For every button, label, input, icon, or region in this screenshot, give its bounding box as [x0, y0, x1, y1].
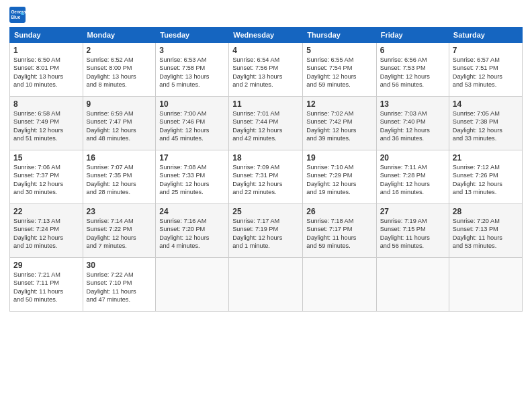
day-number: 19: [306, 153, 372, 163]
day-number: 21: [453, 153, 519, 163]
logo-icon: General Blue: [9, 7, 26, 23]
day-info: Sunrise: 6:53 AM Sunset: 7:58 PM Dayligh…: [159, 56, 225, 89]
day-number: 25: [232, 207, 299, 216]
header: General Blue: [9, 7, 523, 23]
day-number: 24: [159, 207, 225, 216]
day-cell-23: 23Sunrise: 7:14 AM Sunset: 7:22 PM Dayli…: [83, 204, 156, 258]
day-cell-30: 30Sunrise: 7:22 AM Sunset: 7:10 PM Dayli…: [83, 258, 156, 312]
day-number: 13: [380, 99, 445, 109]
day-number: 16: [87, 153, 152, 163]
day-info: Sunrise: 7:01 AM Sunset: 7:44 PM Dayligh…: [232, 109, 299, 143]
day-info: Sunrise: 7:16 AM Sunset: 7:20 PM Dayligh…: [159, 217, 225, 250]
day-info: Sunrise: 7:17 AM Sunset: 7:19 PM Dayligh…: [232, 217, 299, 250]
day-info: Sunrise: 6:50 AM Sunset: 8:01 PM Dayligh…: [13, 56, 79, 89]
day-info: Sunrise: 7:11 AM Sunset: 7:28 PM Dayligh…: [380, 163, 445, 197]
day-cell-12: 12Sunrise: 7:02 AM Sunset: 7:42 PM Dayli…: [303, 97, 376, 150]
day-cell-20: 20Sunrise: 7:11 AM Sunset: 7:28 PM Dayli…: [376, 150, 449, 204]
calendar-table: SundayMondayTuesdayWednesdayThursdayFrid…: [9, 27, 523, 312]
day-cell-1: 1Sunrise: 6:50 AM Sunset: 8:01 PM Daylig…: [10, 43, 83, 97]
empty-cell: [229, 258, 303, 312]
day-cell-3: 3Sunrise: 6:53 AM Sunset: 7:58 PM Daylig…: [156, 43, 229, 97]
day-info: Sunrise: 7:02 AM Sunset: 7:42 PM Dayligh…: [306, 109, 372, 143]
header-cell-wednesday: Wednesday: [229, 28, 303, 43]
day-cell-7: 7Sunrise: 6:57 AM Sunset: 7:51 PM Daylig…: [449, 43, 522, 97]
day-cell-13: 13Sunrise: 7:03 AM Sunset: 7:40 PM Dayli…: [376, 97, 449, 150]
day-cell-25: 25Sunrise: 7:17 AM Sunset: 7:19 PM Dayli…: [229, 204, 303, 258]
day-number: 29: [13, 261, 79, 270]
day-number: 4: [232, 46, 299, 55]
day-cell-5: 5Sunrise: 6:55 AM Sunset: 7:54 PM Daylig…: [303, 43, 376, 97]
day-cell-11: 11Sunrise: 7:01 AM Sunset: 7:44 PM Dayli…: [229, 97, 303, 150]
day-info: Sunrise: 7:00 AM Sunset: 7:46 PM Dayligh…: [159, 109, 225, 143]
day-number: 28: [453, 207, 519, 216]
day-number: 10: [159, 99, 225, 109]
calendar-week-1: 1Sunrise: 6:50 AM Sunset: 8:01 PM Daylig…: [10, 43, 523, 97]
day-info: Sunrise: 7:05 AM Sunset: 7:38 PM Dayligh…: [453, 109, 519, 143]
day-cell-4: 4Sunrise: 6:54 AM Sunset: 7:56 PM Daylig…: [229, 43, 303, 97]
page: General Blue SundayMondayTuesdayWednesda…: [0, 0, 532, 411]
day-cell-29: 29Sunrise: 7:21 AM Sunset: 7:11 PM Dayli…: [10, 258, 83, 312]
header-cell-sunday: Sunday: [10, 28, 83, 43]
day-cell-15: 15Sunrise: 7:06 AM Sunset: 7:37 PM Dayli…: [10, 150, 83, 204]
day-number: 23: [87, 207, 152, 216]
calendar-week-3: 15Sunrise: 7:06 AM Sunset: 7:37 PM Dayli…: [10, 150, 523, 204]
day-info: Sunrise: 6:52 AM Sunset: 8:00 PM Dayligh…: [87, 56, 152, 89]
day-number: 14: [453, 99, 519, 109]
header-cell-tuesday: Tuesday: [156, 28, 229, 43]
day-info: Sunrise: 7:06 AM Sunset: 7:37 PM Dayligh…: [13, 163, 79, 197]
header-cell-friday: Friday: [376, 28, 449, 43]
day-info: Sunrise: 7:14 AM Sunset: 7:22 PM Dayligh…: [87, 217, 152, 250]
logo: General Blue: [9, 7, 28, 23]
day-cell-19: 19Sunrise: 7:10 AM Sunset: 7:29 PM Dayli…: [303, 150, 376, 204]
empty-cell: [376, 258, 449, 312]
day-cell-22: 22Sunrise: 7:13 AM Sunset: 7:24 PM Dayli…: [10, 204, 83, 258]
day-number: 6: [380, 46, 445, 55]
calendar-week-2: 8Sunrise: 6:58 AM Sunset: 7:49 PM Daylig…: [10, 97, 523, 150]
day-info: Sunrise: 6:55 AM Sunset: 7:54 PM Dayligh…: [306, 56, 372, 89]
day-number: 1: [13, 46, 79, 55]
day-cell-8: 8Sunrise: 6:58 AM Sunset: 7:49 PM Daylig…: [10, 97, 83, 150]
day-number: 12: [306, 99, 372, 109]
header-cell-saturday: Saturday: [449, 28, 522, 43]
day-number: 8: [13, 99, 79, 109]
day-number: 26: [306, 207, 372, 216]
day-info: Sunrise: 7:12 AM Sunset: 7:26 PM Dayligh…: [453, 163, 519, 197]
day-info: Sunrise: 7:03 AM Sunset: 7:40 PM Dayligh…: [380, 109, 445, 143]
header-cell-thursday: Thursday: [303, 28, 376, 43]
day-info: Sunrise: 7:07 AM Sunset: 7:35 PM Dayligh…: [87, 163, 152, 197]
day-number: 5: [306, 46, 372, 55]
empty-cell: [156, 258, 229, 312]
day-cell-17: 17Sunrise: 7:08 AM Sunset: 7:33 PM Dayli…: [156, 150, 229, 204]
calendar-body: 1Sunrise: 6:50 AM Sunset: 8:01 PM Daylig…: [10, 43, 523, 312]
header-cell-monday: Monday: [83, 28, 156, 43]
empty-cell: [449, 258, 522, 312]
calendar-week-4: 22Sunrise: 7:13 AM Sunset: 7:24 PM Dayli…: [10, 204, 523, 258]
day-info: Sunrise: 7:20 AM Sunset: 7:13 PM Dayligh…: [453, 217, 519, 250]
day-info: Sunrise: 7:08 AM Sunset: 7:33 PM Dayligh…: [159, 163, 225, 197]
day-cell-14: 14Sunrise: 7:05 AM Sunset: 7:38 PM Dayli…: [449, 97, 522, 150]
day-number: 17: [159, 153, 225, 163]
day-cell-21: 21Sunrise: 7:12 AM Sunset: 7:26 PM Dayli…: [449, 150, 522, 204]
day-info: Sunrise: 7:22 AM Sunset: 7:10 PM Dayligh…: [87, 271, 152, 304]
day-info: Sunrise: 6:59 AM Sunset: 7:47 PM Dayligh…: [87, 109, 152, 143]
empty-cell: [303, 258, 376, 312]
day-number: 30: [87, 261, 152, 270]
day-number: 27: [380, 207, 445, 216]
day-cell-26: 26Sunrise: 7:18 AM Sunset: 7:17 PM Dayli…: [303, 204, 376, 258]
day-number: 15: [13, 153, 79, 163]
day-info: Sunrise: 7:19 AM Sunset: 7:15 PM Dayligh…: [380, 217, 445, 250]
day-cell-16: 16Sunrise: 7:07 AM Sunset: 7:35 PM Dayli…: [83, 150, 156, 204]
day-cell-6: 6Sunrise: 6:56 AM Sunset: 7:53 PM Daylig…: [376, 43, 449, 97]
day-number: 22: [13, 207, 79, 216]
day-cell-18: 18Sunrise: 7:09 AM Sunset: 7:31 PM Dayli…: [229, 150, 303, 204]
day-info: Sunrise: 6:56 AM Sunset: 7:53 PM Dayligh…: [380, 56, 445, 89]
day-cell-24: 24Sunrise: 7:16 AM Sunset: 7:20 PM Dayli…: [156, 204, 229, 258]
day-cell-9: 9Sunrise: 6:59 AM Sunset: 7:47 PM Daylig…: [83, 97, 156, 150]
calendar-header-row: SundayMondayTuesdayWednesdayThursdayFrid…: [10, 28, 523, 43]
day-info: Sunrise: 7:10 AM Sunset: 7:29 PM Dayligh…: [306, 163, 372, 197]
day-info: Sunrise: 7:13 AM Sunset: 7:24 PM Dayligh…: [13, 217, 79, 250]
day-number: 11: [232, 99, 299, 109]
day-number: 7: [453, 46, 519, 55]
day-info: Sunrise: 6:57 AM Sunset: 7:51 PM Dayligh…: [453, 56, 519, 89]
day-info: Sunrise: 7:18 AM Sunset: 7:17 PM Dayligh…: [306, 217, 372, 250]
